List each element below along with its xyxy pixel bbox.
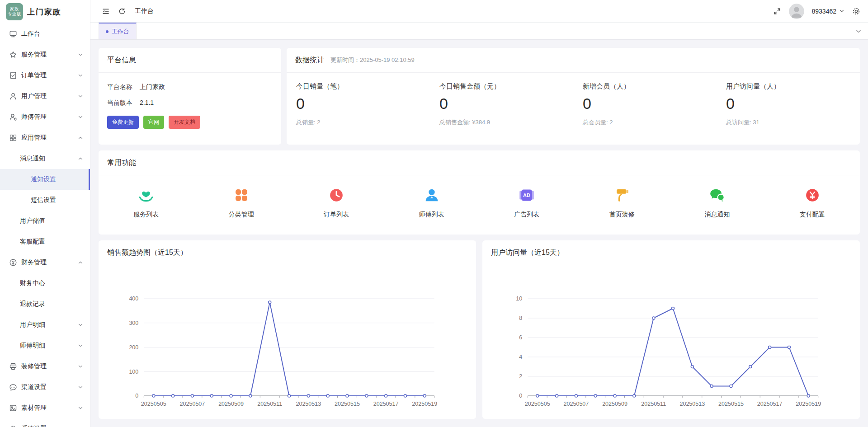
platform-card-header: 平台信息 bbox=[99, 48, 281, 73]
platform-card-body: 平台名称 上门家政 当前版本 2.1.1 免费更新官网开发文档 bbox=[99, 73, 281, 131]
sidebar-item-19[interactable]: 系统设置 bbox=[0, 418, 90, 427]
sidebar-item-16[interactable]: 装修管理 bbox=[0, 356, 90, 377]
function-item-1[interactable]: 分类管理 bbox=[194, 182, 289, 219]
sidebar-item-label: 素材管理 bbox=[21, 404, 47, 412]
tab-label: 工作台 bbox=[112, 28, 129, 36]
svg-text:0: 0 bbox=[135, 393, 138, 399]
refresh-icon[interactable] bbox=[118, 7, 127, 16]
stat-item-0: 今日销量（笔）0总销量: 2 bbox=[287, 78, 430, 127]
platform-badge-1[interactable]: 官网 bbox=[143, 116, 164, 129]
sidebar-item-12[interactable]: 财务中心 bbox=[0, 273, 90, 294]
sidebar-item-label: 消息通知 bbox=[20, 155, 45, 163]
user-icon bbox=[9, 92, 17, 100]
app-window: 家政 专业版 上门家政 工作台服务管理订单管理用户管理师傅管理应用管理消息通知通… bbox=[0, 0, 868, 427]
sidebar-item-5[interactable]: 应用管理 bbox=[0, 127, 90, 148]
collapse-sidebar-icon[interactable] bbox=[101, 7, 110, 16]
brand-header: 家政 专业版 上门家政 bbox=[0, 0, 90, 23]
sidebar-item-0[interactable]: 工作台 bbox=[0, 23, 90, 44]
stat-value: 0 bbox=[296, 95, 430, 113]
function-label: 消息通知 bbox=[704, 211, 730, 219]
stats-grid: 今日销量（笔）0总销量: 2今日销售金额（元）0总销售金额: ¥384.9新增会… bbox=[287, 73, 860, 132]
function-item-7[interactable]: 支付配置 bbox=[765, 182, 860, 219]
svg-text:0: 0 bbox=[519, 393, 522, 399]
content-area: 平台信息 平台名称 上门家政 当前版本 2.1.1 免费更新官网开发文档 bbox=[90, 40, 868, 427]
sidebar-item-13[interactable]: 退款记录 bbox=[0, 294, 90, 314]
function-item-2[interactable]: 订单列表 bbox=[289, 182, 384, 219]
sidebar-item-label: 工作台 bbox=[21, 30, 40, 38]
function-item-6[interactable]: 消息通知 bbox=[670, 182, 765, 219]
function-item-5[interactable]: 首页装修 bbox=[575, 182, 670, 219]
category-icon bbox=[232, 186, 251, 205]
function-label: 服务列表 bbox=[133, 211, 159, 219]
stat-sub: 总销售金额: ¥384.9 bbox=[439, 118, 573, 127]
chevron-down-icon bbox=[78, 322, 83, 328]
svg-text:200: 200 bbox=[129, 344, 138, 351]
platform-badge-2[interactable]: 开发文档 bbox=[169, 116, 200, 129]
ad-icon: AD bbox=[517, 186, 536, 205]
stat-value: 0 bbox=[583, 95, 717, 113]
stat-label: 新增会员（人） bbox=[583, 82, 717, 91]
svg-text:4: 4 bbox=[519, 354, 522, 361]
settings-gear-icon[interactable] bbox=[852, 7, 861, 16]
sidebar-item-label: 用户明细 bbox=[20, 321, 45, 329]
svg-text:20250515: 20250515 bbox=[718, 401, 744, 407]
document-icon bbox=[9, 71, 17, 80]
master-icon bbox=[422, 186, 441, 205]
function-item-0[interactable]: 服务列表 bbox=[99, 182, 194, 219]
chevron-down-icon bbox=[78, 385, 83, 390]
sidebar-item-10[interactable]: 客服配置 bbox=[0, 231, 90, 252]
sidebar-item-11[interactable]: 财务管理 bbox=[0, 252, 90, 273]
tabbar-dropdown-icon[interactable] bbox=[855, 23, 862, 39]
sidebar-item-label: 短信设置 bbox=[31, 196, 56, 204]
platform-name-label: 平台名称 bbox=[107, 83, 132, 91]
stat-label: 今日销量（笔） bbox=[296, 82, 430, 91]
sidebar-item-4[interactable]: 师傅管理 bbox=[0, 107, 90, 127]
printer-icon bbox=[9, 362, 17, 371]
sidebar-item-6[interactable]: 消息通知 bbox=[0, 148, 90, 169]
avatar[interactable] bbox=[789, 4, 804, 19]
sidebar-item-label: 退款记录 bbox=[20, 300, 45, 308]
sidebar-item-17[interactable]: 渠道设置 bbox=[0, 377, 90, 398]
update-time: 更新时间：2025-05-19 02:10:59 bbox=[330, 56, 415, 64]
chevron-up-icon bbox=[78, 135, 83, 141]
service-list-icon bbox=[137, 186, 156, 205]
svg-text:400: 400 bbox=[129, 296, 138, 302]
function-label: 分类管理 bbox=[229, 211, 254, 219]
visits-chart-card: 用户访问量（近15天） 0246810202505052025050720250… bbox=[482, 240, 860, 419]
logo-text-line1: 家政 bbox=[10, 7, 19, 12]
sidebar-item-3[interactable]: 用户管理 bbox=[0, 86, 90, 107]
stat-value: 0 bbox=[439, 95, 573, 113]
sidebar-item-label: 订单管理 bbox=[21, 71, 47, 80]
statistics-card: 数据统计 更新时间：2025-05-19 02:10:59 今日销量（笔）0总销… bbox=[287, 48, 860, 145]
sidebar-item-7[interactable]: 通知设置 bbox=[0, 169, 90, 190]
function-label: 支付配置 bbox=[800, 211, 825, 219]
svg-text:20250517: 20250517 bbox=[373, 401, 399, 407]
svg-text:20250509: 20250509 bbox=[602, 401, 627, 407]
sidebar-item-15[interactable]: 师傅明细 bbox=[0, 335, 90, 356]
platform-badge-0[interactable]: 免费更新 bbox=[107, 116, 139, 129]
charts-row: 销售额趋势图（近15天） 010020030040020250505202505… bbox=[99, 240, 860, 419]
svg-text:20250513: 20250513 bbox=[679, 401, 705, 407]
sidebar-item-1[interactable]: 服务管理 bbox=[0, 44, 90, 65]
monitor-icon bbox=[9, 30, 17, 38]
svg-text:2: 2 bbox=[519, 374, 522, 380]
sidebar-item-2[interactable]: 订单管理 bbox=[0, 65, 90, 86]
platform-name-value: 上门家政 bbox=[140, 83, 165, 91]
fullscreen-icon[interactable] bbox=[773, 7, 782, 16]
sidebar-item-14[interactable]: 用户明细 bbox=[0, 314, 90, 335]
svg-text:20250519: 20250519 bbox=[796, 401, 821, 407]
sidebar-item-8[interactable]: 短信设置 bbox=[0, 190, 90, 211]
user-menu[interactable]: 8933462 bbox=[811, 7, 844, 15]
svg-text:20250511: 20250511 bbox=[257, 401, 282, 407]
tab-workbench[interactable]: 工作台 bbox=[99, 23, 137, 39]
svg-text:AD: AD bbox=[523, 192, 530, 198]
sidebar-item-label: 通知设置 bbox=[31, 175, 56, 183]
sidebar-item-18[interactable]: 素材管理 bbox=[0, 398, 90, 418]
star-icon bbox=[9, 51, 17, 59]
function-item-3[interactable]: 师傅列表 bbox=[384, 182, 480, 219]
sidebar-item-9[interactable]: 用户储值 bbox=[0, 211, 90, 231]
stat-sub: 总销量: 2 bbox=[296, 118, 430, 127]
sidebar-item-label: 装修管理 bbox=[21, 362, 47, 371]
function-item-4[interactable]: AD广告列表 bbox=[479, 182, 575, 219]
sidebar-item-label: 师傅明细 bbox=[20, 342, 45, 350]
